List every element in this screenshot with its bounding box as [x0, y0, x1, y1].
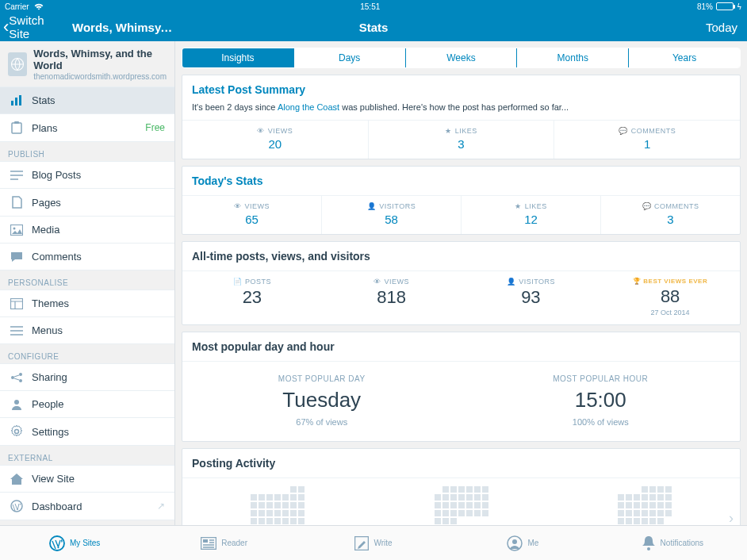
sidebar-item-media[interactable]: Media	[0, 216, 174, 244]
chevron-right-icon: ›	[729, 509, 734, 525]
sidebar-item-comments[interactable]: Comments	[0, 243, 174, 270]
activity-day	[458, 510, 465, 516]
segment-days[interactable]: Days	[294, 48, 406, 67]
activity-day	[435, 510, 441, 516]
svg-point-14	[11, 501, 22, 512]
activity-day	[657, 518, 664, 524]
sidebar-item-pages[interactable]: Pages	[0, 188, 174, 217]
latest-post-link[interactable]: Along the Coast	[278, 102, 339, 112]
activity-day	[642, 510, 648, 516]
alltime-visitors-value: 93	[462, 287, 601, 308]
sidebar-item-label: Themes	[32, 297, 165, 309]
sidebar-section-publish: PUBLISH	[0, 142, 174, 162]
charging-icon: ϟ	[737, 2, 742, 11]
alltime-views-cell: 👁VIEWS818	[322, 271, 462, 324]
activity-day	[274, 486, 281, 493]
activity-day	[450, 494, 457, 501]
activity-day	[435, 494, 441, 501]
tab-mysites[interactable]: My Sites	[0, 526, 149, 560]
sidebar-item-viewsite[interactable]: View Site	[0, 465, 174, 493]
activity-day	[618, 510, 624, 516]
today-button[interactable]: Today	[706, 21, 747, 34]
card-title: Most popular day and hour	[192, 340, 730, 353]
card-title: Today's Stats	[192, 175, 730, 187]
activity-day	[290, 502, 297, 508]
activity-day	[274, 510, 281, 516]
sidebar-item-people[interactable]: People	[0, 390, 174, 418]
latest-views-cell: 👁VIEWS20	[182, 121, 369, 159]
activity-day	[266, 502, 273, 508]
tab-reader[interactable]: Reader	[149, 526, 298, 560]
sidebar-item-label: People	[32, 398, 165, 410]
bell-icon	[642, 535, 656, 551]
segment-insights[interactable]: Insights	[182, 48, 294, 67]
tab-notifications[interactable]: Notifications	[598, 526, 747, 560]
svg-rect-1	[11, 101, 13, 105]
activity-day	[665, 502, 672, 508]
activity-day	[298, 518, 305, 524]
status-bar: Carrier 15:51 81% ϟ	[0, 0, 747, 13]
wordpress-icon	[49, 535, 65, 551]
svg-point-7	[13, 227, 16, 229]
segment-weeks[interactable]: Weeks	[406, 48, 518, 67]
today-stats-card: Today's Stats 👁VIEWS65 👤VISITORS58 ★LIKE…	[182, 166, 741, 235]
site-title: Words, Whimsy, and the World	[33, 48, 167, 71]
activity-day	[458, 486, 465, 493]
activity-day	[474, 486, 481, 493]
popular-day-cell: MOST POPULAR DAY Tuesday 67% of views	[182, 374, 462, 427]
activity-day	[259, 494, 265, 501]
tab-me[interactable]: Me	[448, 526, 597, 560]
popular-card: Most popular day and hour MOST POPULAR D…	[182, 332, 741, 442]
today-comments-value: 3	[601, 213, 740, 226]
activity-day	[482, 510, 488, 516]
clipboard-icon	[10, 121, 24, 134]
alltime-visitors-cell: 👤VISITORS93	[462, 271, 601, 324]
sidebar-item-dashboard[interactable]: Dashboard↗	[0, 492, 174, 520]
sidebar-item-label: Media	[32, 224, 165, 236]
activity-day	[482, 494, 488, 501]
activity-day	[642, 502, 648, 508]
time-range-segments: Insights Days Weeks Months Years	[182, 48, 741, 68]
segment-months[interactable]: Months	[517, 48, 629, 67]
activity-day	[298, 486, 305, 493]
battery-pct: 81%	[697, 2, 713, 11]
posts-icon: 📄	[233, 278, 243, 286]
activity-day	[626, 518, 632, 524]
image-icon	[10, 224, 24, 236]
sidebar-item-label: Comments	[32, 251, 165, 263]
tab-write[interactable]: Write	[299, 526, 448, 560]
sidebar-item-themes[interactable]: Themes	[0, 290, 174, 317]
sidebar-item-plans[interactable]: Plans Free	[0, 113, 174, 142]
month-sep: SEP	[370, 486, 554, 525]
sidebar-item-settings[interactable]: Settings	[0, 417, 174, 446]
segment-years[interactable]: Years	[629, 48, 740, 67]
activity-day	[618, 494, 624, 501]
site-header[interactable]: Words, Whimsy, and the World thenomadicw…	[0, 41, 174, 87]
svg-rect-2	[15, 98, 17, 105]
posting-activity-card[interactable]: Posting Activity AUG SEP OCT ›	[182, 448, 741, 525]
activity-day	[298, 494, 305, 501]
alltime-best-cell: 🏆 BEST VIEWS EVER8827 Oct 2014	[600, 271, 740, 324]
activity-day	[626, 510, 632, 516]
activity-day	[474, 502, 481, 508]
switch-site-label: Switch Site	[9, 13, 67, 40]
activity-day	[458, 494, 465, 501]
activity-day	[274, 518, 281, 524]
activity-day	[634, 518, 640, 524]
chevron-left-icon: ‹	[3, 18, 9, 36]
activity-day	[290, 486, 297, 493]
svg-point-13	[15, 430, 19, 434]
sidebar-item-label: Blog Posts	[32, 169, 165, 181]
sidebar-item-stats[interactable]: Stats	[0, 86, 174, 114]
activity-day	[435, 486, 441, 493]
activity-day	[259, 510, 265, 516]
sidebar-item-menus[interactable]: Menus	[0, 316, 174, 344]
activity-day	[626, 502, 632, 508]
sidebar-item-blogposts[interactable]: Blog Posts	[0, 161, 174, 189]
activity-day	[282, 486, 289, 493]
carrier-text: Carrier	[5, 2, 29, 11]
activity-day	[665, 494, 672, 501]
activity-day	[618, 518, 624, 524]
back-button[interactable]: ‹ Switch Site Words, Whimsy, and t...	[0, 13, 175, 40]
sidebar-item-sharing[interactable]: Sharing	[0, 363, 174, 391]
